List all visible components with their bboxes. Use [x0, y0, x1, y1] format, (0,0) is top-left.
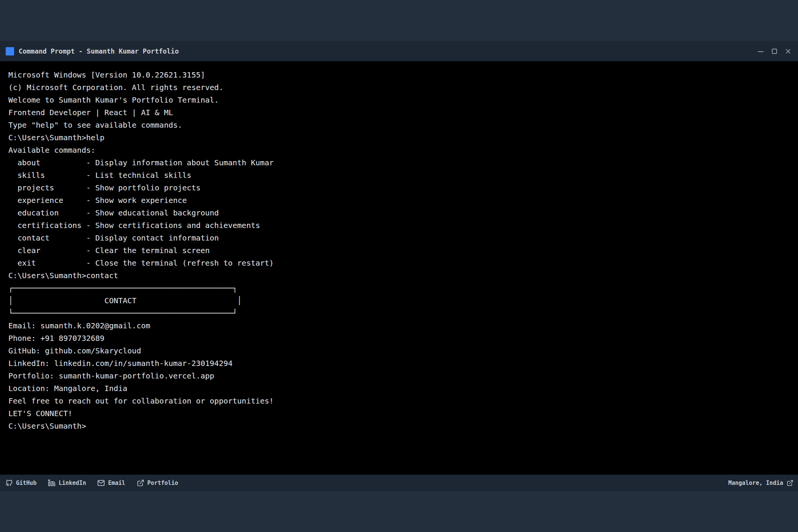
footer-links: GitHub LinkedIn Email [5, 479, 178, 487]
close-icon [784, 48, 792, 55]
minimize-button[interactable] [756, 47, 765, 56]
close-button[interactable] [784, 47, 793, 56]
linkedin-icon [48, 479, 55, 487]
github-link[interactable]: GitHub [5, 479, 36, 487]
location-label: Mangalore, India [728, 480, 784, 486]
minimize-icon [757, 48, 765, 55]
email-link[interactable]: Email [97, 479, 125, 487]
linkedin-link-label: LinkedIn [59, 480, 86, 486]
external-link-icon [787, 480, 793, 486]
linkedin-link[interactable]: LinkedIn [48, 479, 86, 487]
portfolio-link[interactable]: Portfolio [137, 479, 178, 487]
email-link-label: Email [108, 480, 125, 486]
terminal-screen[interactable]: Microsoft Windows [Version 10.0.22621.31… [0, 61, 798, 475]
mail-icon [97, 479, 105, 487]
maximize-icon [771, 48, 778, 55]
window-title: Command Prompt - Sumanth Kumar Portfolio [19, 48, 179, 55]
portfolio-link-label: Portfolio [147, 480, 178, 486]
window-titlebar[interactable]: Command Prompt - Sumanth Kumar Portfolio [0, 41, 798, 61]
window-controls [756, 47, 793, 56]
maximize-button[interactable] [770, 47, 779, 56]
terminal-output: Microsoft Windows [Version 10.0.22621.31… [0, 61, 798, 432]
desktop-background: Command Prompt - Sumanth Kumar Portfolio [0, 0, 798, 532]
location-link[interactable]: Mangalore, India [728, 480, 794, 486]
github-link-label: GitHub [16, 480, 36, 486]
footer-statusbar: GitHub LinkedIn Email [0, 475, 798, 491]
github-icon [5, 479, 13, 487]
command-prompt-app-icon [6, 47, 14, 55]
external-link-icon [137, 479, 144, 487]
